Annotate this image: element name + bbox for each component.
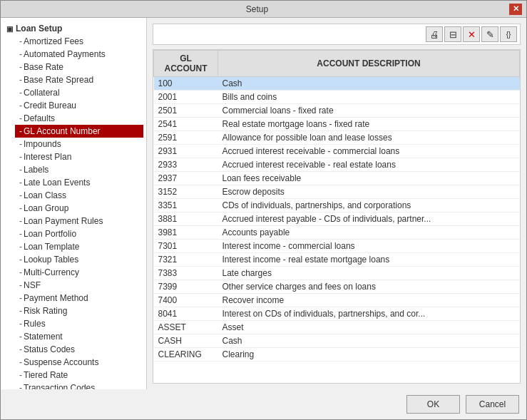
tree-item[interactable]: Interest Plan [15,150,143,163]
table-row[interactable]: 7399Other service charges and fees on lo… [154,280,520,294]
tree-item[interactable]: Transaction Codes [15,381,143,389]
tree-item[interactable]: GL Account Number [15,125,143,138]
tree-item[interactable]: Statement [15,330,143,343]
tree-root-text: Loan Setup [16,24,62,34]
description-cell: Interest income - real estate mortgage l… [218,253,520,267]
description-cell: Accounts payable [218,226,520,240]
tree-item[interactable]: Credit Bureau [15,99,143,112]
ok-button[interactable]: OK [406,395,460,414]
account-cell: 3351 [154,199,218,212]
tree-root: ▣ Loan Setup Amortized FeesAutomated Pay… [1,21,146,389]
table-row[interactable]: CASHCash [154,334,520,348]
table-row[interactable]: 7383Late charges [154,267,520,280]
window-title: Setup [5,4,509,14]
content-area: ▣ Loan Setup Amortized FeesAutomated Pay… [1,18,526,389]
tree-item[interactable]: Collateral [15,86,143,99]
cancel-button[interactable]: Cancel [466,395,519,414]
account-cell: 3981 [154,226,218,240]
table-row[interactable]: ASSETAsset [154,321,520,334]
account-cell: 3152 [154,185,218,199]
table-header-row: GL ACCOUNT ACCOUNT DESCRIPTION [154,51,520,77]
table-row[interactable]: 3351CDs of individuals, partnerships, an… [154,199,520,212]
col-desc-header: ACCOUNT DESCRIPTION [218,51,520,77]
delete-button[interactable]: ✕ [463,26,480,42]
table-row[interactable]: 7321Interest income - real estate mortga… [154,253,520,267]
tree-item[interactable]: Status Codes [15,343,143,356]
table-row[interactable]: 2541Real estate mortgage loans - fixed r… [154,118,520,131]
tree-item[interactable]: Loan Template [15,240,143,253]
table-row[interactable]: 2933Accrued interest receivable - real e… [154,158,520,172]
tree-item[interactable]: Loan Payment Rules [15,215,143,227]
description-cell: Other service charges and fees on loans [218,280,520,294]
tree-item[interactable]: Suspense Accounts [15,356,143,369]
table-row[interactable]: 2931Accrued interest receivable - commer… [154,145,520,158]
tree-item[interactable]: Risk Rating [15,304,143,317]
footer: OK Cancel [1,389,526,419]
tree-item[interactable]: Lookup Tables [15,253,143,266]
right-panel: 🖨 ⊟ ✕ ✎ {} GL ACCOUNT ACCOUNT DESCRIPTIO… [147,18,526,389]
description-cell: Allowance for possible loan and lease lo… [218,131,520,145]
tree-item[interactable]: Rules [15,317,143,330]
table-row[interactable]: 2591Allowance for possible loan and leas… [154,131,520,145]
tree-item[interactable]: NSF [15,279,143,292]
grid-button[interactable]: ⊟ [444,26,461,42]
description-cell: Interest on CDs of individuals, partners… [218,307,520,321]
tree-item[interactable]: Automated Payments [15,48,143,61]
account-cell: 7301 [154,240,218,253]
description-cell: Accrued interest payable - CDs of indivi… [218,212,520,226]
account-cell: 2937 [154,172,218,185]
tree-item[interactable]: Late Loan Events [15,176,143,189]
tree-item[interactable]: Impounds [15,138,143,150]
account-cell: 2931 [154,145,218,158]
table-row[interactable]: 7301Interest income - commercial loans [154,240,520,253]
account-cell: 7399 [154,280,218,294]
description-cell: Late charges [218,267,520,280]
tree-item[interactable]: Loan Class [15,189,143,202]
account-cell: 3881 [154,212,218,226]
tree-item[interactable]: Payment Method [15,292,143,304]
code-button[interactable]: {} [500,26,517,42]
tree-item[interactable]: Loan Group [15,202,143,215]
toolbar: 🖨 ⊟ ✕ ✎ {} [153,24,521,45]
account-cell: 2541 [154,118,218,131]
tree-item[interactable]: Multi-Currency [15,266,143,279]
table-row[interactable]: 3881Accrued interest payable - CDs of in… [154,212,520,226]
print-button[interactable]: 🖨 [426,26,443,42]
account-cell: 2001 [154,91,218,104]
edit-button[interactable]: ✎ [481,26,498,42]
account-cell: 2591 [154,131,218,145]
table-row[interactable]: 2937Loan fees receivable [154,172,520,185]
tree-item[interactable]: Labels [15,163,143,176]
search-input[interactable] [156,29,424,39]
tree-item[interactable]: Amortized Fees [15,35,143,48]
description-cell: Loan fees receivable [218,172,520,185]
description-cell: Clearing [218,348,520,362]
table-row[interactable]: 2001Bills and coins [154,91,520,104]
tree-item[interactable]: Base Rate [15,61,143,73]
description-cell: Escrow deposits [218,185,520,199]
account-cell: 7383 [154,267,218,280]
description-cell: Bills and coins [218,91,520,104]
description-cell: Real estate mortgage loans - fixed rate [218,118,520,131]
table-row[interactable]: 3152Escrow deposits [154,185,520,199]
close-button[interactable]: ✕ [509,4,522,15]
table-row[interactable]: 8041Interest on CDs of individuals, part… [154,307,520,321]
tree-item[interactable]: Tiered Rate [15,369,143,381]
description-cell: Recover income [218,294,520,307]
table-row[interactable]: 3981Accounts payable [154,226,520,240]
table-row[interactable]: 100Cash [154,77,520,91]
table-row[interactable]: CLEARINGClearing [154,348,520,362]
table-row[interactable]: 2501Commercial loans - fixed rate [154,104,520,118]
tree-root-label[interactable]: ▣ Loan Setup [4,22,143,35]
tree-item[interactable]: Defaults [15,112,143,125]
left-panel: ▣ Loan Setup Amortized FeesAutomated Pay… [1,18,147,389]
description-cell: Asset [218,321,520,334]
tree-item[interactable]: Loan Portfolio [15,227,143,240]
col-account-header: GL ACCOUNT [154,51,218,77]
data-table-container: GL ACCOUNT ACCOUNT DESCRIPTION 100Cash20… [153,49,521,384]
table-row[interactable]: 7400Recover income [154,294,520,307]
tree-item[interactable]: Base Rate Spread [15,73,143,86]
description-cell: Accrued interest receivable - real estat… [218,158,520,172]
account-cell: CASH [154,334,218,348]
description-cell: Cash [218,77,520,91]
